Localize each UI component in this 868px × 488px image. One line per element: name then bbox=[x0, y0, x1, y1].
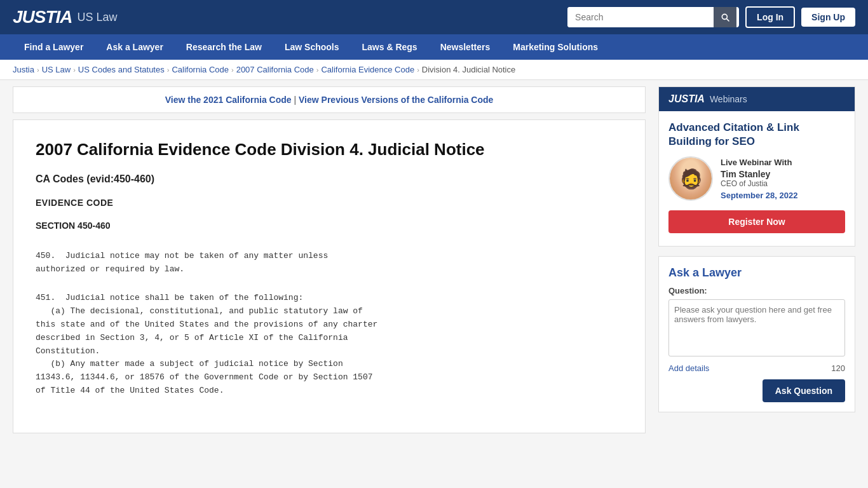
webinar-card: JUSTIA Webinars Advanced Citation & Link… bbox=[658, 86, 855, 247]
webinar-label: Webinars bbox=[710, 94, 747, 104]
question-textarea[interactable] bbox=[668, 299, 845, 356]
view-2021-link[interactable]: View the 2021 California Code bbox=[165, 95, 292, 105]
section-number: SECTION 450-460 bbox=[36, 220, 623, 231]
breadcrumb-sep-4: › bbox=[231, 66, 234, 74]
breadcrumb-us-codes[interactable]: US Codes and Statutes bbox=[78, 65, 165, 74]
avatar: 🧔 bbox=[668, 156, 713, 201]
question-label: Question: bbox=[668, 286, 845, 295]
ask-lawyer-card: Ask a Lawyer Question: Add details 120 A… bbox=[658, 256, 855, 412]
login-button[interactable]: Log In bbox=[745, 6, 795, 28]
ask-footer: Add details 120 bbox=[668, 363, 845, 373]
search-button[interactable] bbox=[714, 7, 736, 27]
breadcrumb-ca-code[interactable]: California Code bbox=[172, 65, 229, 74]
nav-bar: Find a Lawyer Ask a Lawyer Research the … bbox=[0, 34, 868, 60]
webinar-header: JUSTIA Webinars bbox=[659, 87, 855, 111]
breadcrumb-justia[interactable]: Justia bbox=[13, 65, 34, 74]
search-box bbox=[567, 7, 739, 27]
webinar-title: Advanced Citation & Link Building for SE… bbox=[668, 121, 845, 149]
webinar-details: 🧔 Live Webinar With Tim Stanley CEO of J… bbox=[668, 156, 845, 201]
webinar-role: CEO of Justia bbox=[721, 179, 845, 188]
nav-law-schools[interactable]: Law Schools bbox=[273, 34, 351, 60]
view-previous-link[interactable]: View Previous Versions of the California… bbox=[299, 95, 493, 105]
breadcrumb-ca-evidence[interactable]: California Evidence Code bbox=[321, 65, 414, 74]
add-details-link[interactable]: Add details bbox=[668, 363, 709, 373]
breadcrumb-sep-2: › bbox=[73, 66, 76, 74]
header: JUSTIA US Law Log In Sign Up bbox=[0, 0, 868, 34]
content-subtitle: CA Codes (evid:450-460) bbox=[36, 173, 623, 185]
webinar-justia-logo: JUSTIA bbox=[668, 93, 705, 105]
content-card: 2007 California Evidence Code Division 4… bbox=[13, 119, 646, 433]
avatar-image: 🧔 bbox=[670, 158, 712, 200]
legal-text-450: 450. Judicial notice may not be taken of… bbox=[36, 250, 623, 276]
nav-find-lawyer[interactable]: Find a Lawyer bbox=[13, 34, 95, 60]
nav-marketing[interactable]: Marketing Solutions bbox=[501, 34, 609, 60]
breadcrumb: Justia › US Law › US Codes and Statutes … bbox=[0, 60, 868, 80]
webinar-body: Advanced Citation & Link Building for SE… bbox=[659, 111, 855, 246]
webinar-info: Live Webinar With Tim Stanley CEO of Jus… bbox=[721, 158, 845, 200]
view-banner: View the 2021 California Code | View Pre… bbox=[13, 86, 646, 113]
breadcrumb-uslaw[interactable]: US Law bbox=[42, 65, 71, 74]
breadcrumb-current: Division 4. Judicial Notice bbox=[422, 65, 515, 74]
nav-newsletters[interactable]: Newsletters bbox=[429, 34, 502, 60]
header-right: Log In Sign Up bbox=[567, 6, 855, 28]
breadcrumb-sep-3: › bbox=[167, 66, 170, 74]
main-layout: View the 2021 California Code | View Pre… bbox=[0, 80, 868, 440]
search-icon bbox=[720, 12, 730, 22]
nav-ask-lawyer[interactable]: Ask a Lawyer bbox=[95, 34, 175, 60]
ask-lawyer-title: Ask a Lawyer bbox=[668, 266, 845, 280]
register-now-button[interactable]: Register Now bbox=[668, 210, 845, 233]
justia-logo[interactable]: JUSTIA bbox=[13, 7, 72, 27]
nav-laws-regs[interactable]: Laws & Regs bbox=[351, 34, 429, 60]
logo-area: JUSTIA US Law bbox=[13, 7, 118, 27]
nav-research-law[interactable]: Research the Law bbox=[175, 34, 273, 60]
webinar-live-text: Live Webinar With bbox=[721, 158, 845, 167]
ask-question-button[interactable]: Ask Question bbox=[763, 379, 845, 402]
webinar-speaker: Tim Stanley bbox=[721, 169, 845, 179]
signup-button[interactable]: Sign Up bbox=[801, 8, 855, 27]
breadcrumb-sep-1: › bbox=[37, 66, 39, 74]
search-input[interactable] bbox=[567, 7, 714, 27]
banner-separator: | bbox=[294, 95, 297, 105]
breadcrumb-2007-ca[interactable]: 2007 California Code bbox=[236, 65, 314, 74]
sidebar: JUSTIA Webinars Advanced Citation & Link… bbox=[658, 86, 855, 433]
breadcrumb-sep-5: › bbox=[316, 66, 319, 74]
webinar-date: September 28, 2022 bbox=[721, 191, 845, 200]
uslaw-logo: US Law bbox=[78, 11, 118, 24]
section-label: EVIDENCE CODE bbox=[36, 198, 623, 208]
main-content: View the 2021 California Code | View Pre… bbox=[13, 86, 646, 433]
page-title: 2007 California Evidence Code Division 4… bbox=[36, 139, 623, 161]
legal-text-451: 451. Judicial notice shall be taken of t… bbox=[36, 292, 623, 397]
breadcrumb-sep-6: › bbox=[417, 66, 419, 74]
char-count: 120 bbox=[831, 363, 845, 373]
